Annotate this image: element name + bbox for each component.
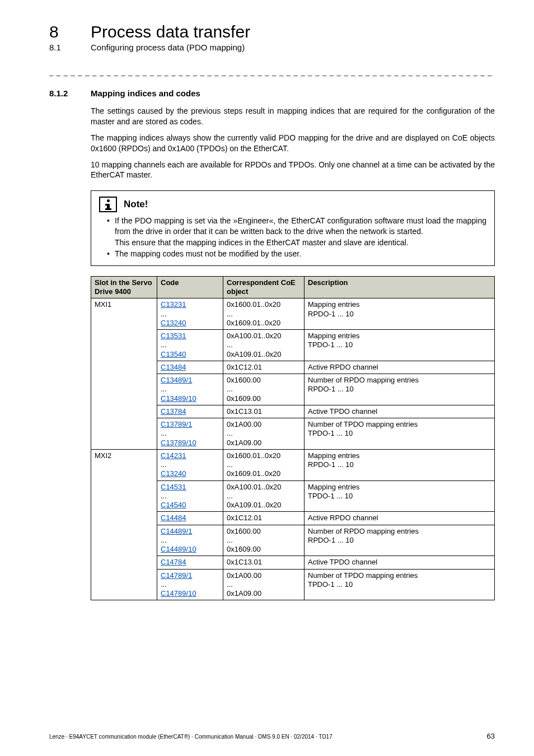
note-text: The mapping codes must not be modified b… xyxy=(115,249,301,258)
slot-cell: MXI1 xyxy=(91,298,157,450)
code-link[interactable]: C14231 xyxy=(161,451,186,460)
code-link[interactable]: C14789/1 xyxy=(161,571,192,580)
object-cell: 0x1C13.01 xyxy=(223,405,305,418)
code-link[interactable]: C14789/10 xyxy=(161,589,196,598)
code-cell: C14489/1...C14489/10 xyxy=(157,525,223,556)
code-cell: C13484 xyxy=(157,361,223,374)
object-cell: 0x1C13.01 xyxy=(223,556,305,569)
code-link[interactable]: C14540 xyxy=(161,501,186,509)
table-header-code: Code xyxy=(157,276,223,298)
code-link[interactable]: C13789/1 xyxy=(161,420,192,428)
table-header-slot: Slot in the Servo Drive 9400 xyxy=(91,276,157,298)
code-link[interactable]: C14531 xyxy=(161,483,186,491)
separator: _ _ _ _ _ _ _ _ _ _ _ _ _ _ _ _ _ _ _ _ … xyxy=(49,68,495,76)
table-header-obj: Correspondent CoE object xyxy=(223,276,305,298)
code-link[interactable]: C14489/10 xyxy=(161,545,196,553)
code-link[interactable]: C13489/1 xyxy=(161,376,192,384)
slot-cell: MXI2 xyxy=(91,449,157,600)
info-icon xyxy=(99,197,117,212)
object-cell: 0x1600.00...0x1609.00 xyxy=(223,525,305,556)
code-link[interactable]: C14484 xyxy=(161,514,186,522)
paragraph: 10 mapping channels each are available f… xyxy=(91,160,495,181)
description-cell: Active TPDO channel xyxy=(305,556,495,569)
object-cell: 0x1600.00...0x1609.00 xyxy=(223,374,305,405)
object-cell: 0x1A00.00...0x1A09.00 xyxy=(223,418,305,450)
note-title: Note! xyxy=(124,199,148,210)
paragraph: The settings caused by the previous step… xyxy=(91,106,495,127)
code-link[interactable]: C13489/10 xyxy=(161,394,196,403)
note-bullet: The mapping codes must not be modified b… xyxy=(115,249,486,259)
page-number: 63 xyxy=(487,732,495,740)
description-cell: Number of RPDO mapping entriesRPDO-1 ...… xyxy=(305,374,495,405)
table-row: MXI1C13231...C132400x1600.01..0x20...0x1… xyxy=(91,298,495,330)
description-cell: Active TPDO channel xyxy=(305,405,495,418)
object-cell: 0x1600.01..0x20...0x1609.01..0x20 xyxy=(223,298,305,330)
code-cell: C13489/1...C13489/10 xyxy=(157,374,223,405)
code-link[interactable]: C14784 xyxy=(161,558,186,566)
code-link[interactable]: C13531 xyxy=(161,332,186,340)
code-link[interactable]: C13540 xyxy=(161,350,186,358)
code-cell: C14531...C14540 xyxy=(157,480,223,512)
code-link[interactable]: C13784 xyxy=(161,407,186,416)
paragraph: The mapping indices always show the curr… xyxy=(91,133,495,154)
object-cell: 0x1C12.01 xyxy=(223,512,305,525)
object-cell: 0x1A00.00...0x1A09.00 xyxy=(223,569,305,600)
object-cell: 0xA100.01..0x20...0xA109.01..0x20 xyxy=(223,330,305,361)
page-footer: Lenze · E94AYCET communication module (E… xyxy=(49,732,495,740)
footer-text: Lenze · E94AYCET communication module (E… xyxy=(49,734,332,740)
code-link[interactable]: C13789/10 xyxy=(161,438,196,447)
code-link[interactable]: C13240 xyxy=(161,469,186,478)
code-cell: C13784 xyxy=(157,405,223,418)
object-cell: 0x1600.01..0x20...0x1609.01..0x20 xyxy=(223,449,305,480)
description-cell: Active RPDO channel xyxy=(305,512,495,525)
code-cell: C14789/1...C14789/10 xyxy=(157,569,223,600)
code-cell: C13231...C13240 xyxy=(157,298,223,330)
object-cell: 0x1C12.01 xyxy=(223,361,305,374)
note-box: Note! If the PDO mapping is set via the … xyxy=(91,190,495,266)
code-link[interactable]: C13231 xyxy=(161,300,186,309)
description-cell: Mapping entriesRPDO-1 ... 10 xyxy=(305,449,495,480)
table-header-desc: Description xyxy=(305,276,495,298)
description-cell: Number of TPDO mapping entriesTPDO-1 ...… xyxy=(305,418,495,450)
description-cell: Number of RPDO mapping entriesRPDO-1 ...… xyxy=(305,525,495,556)
description-cell: Active RPDO channel xyxy=(305,361,495,374)
note-subtext: This ensure that the mapping indices in … xyxy=(115,237,486,248)
code-link[interactable]: C13484 xyxy=(161,363,186,371)
description-cell: Number of TPDO mapping entriesTPDO-1 ...… xyxy=(305,569,495,600)
section-number: 8.1 xyxy=(49,43,64,52)
description-cell: Mapping entriesTPDO-1 ... 10 xyxy=(305,480,495,512)
description-cell: Mapping entriesTPDO-1 ... 10 xyxy=(305,330,495,361)
code-cell: C14484 xyxy=(157,512,223,525)
code-link[interactable]: C14489/1 xyxy=(161,527,192,535)
note-text: If the PDO mapping is set via the »Engin… xyxy=(115,216,486,236)
code-cell: C14231...C13240 xyxy=(157,449,223,480)
section-title: Configuring process data (PDO mapping) xyxy=(91,43,245,52)
code-link[interactable]: C13240 xyxy=(161,319,186,327)
description-cell: Mapping entriesRPDO-1 ... 10 xyxy=(305,298,495,330)
object-cell: 0xA100.01..0x20...0xA109.01..0x20 xyxy=(223,480,305,512)
chapter-number: 8 xyxy=(49,22,64,41)
code-cell: C13789/1...C13789/10 xyxy=(157,418,223,450)
chapter-title: Process data transfer xyxy=(91,22,250,41)
mapping-table: Slot in the Servo Drive 9400 Code Corres… xyxy=(91,276,495,601)
subsection-title: Mapping indices and codes xyxy=(91,88,200,98)
note-bullet: If the PDO mapping is set via the »Engin… xyxy=(115,216,486,248)
table-row: MXI2C14231...C132400x1600.01..0x20...0x1… xyxy=(91,449,495,480)
code-cell: C13531...C13540 xyxy=(157,330,223,361)
code-cell: C14784 xyxy=(157,556,223,569)
subsection-number: 8.1.2 xyxy=(49,88,74,98)
